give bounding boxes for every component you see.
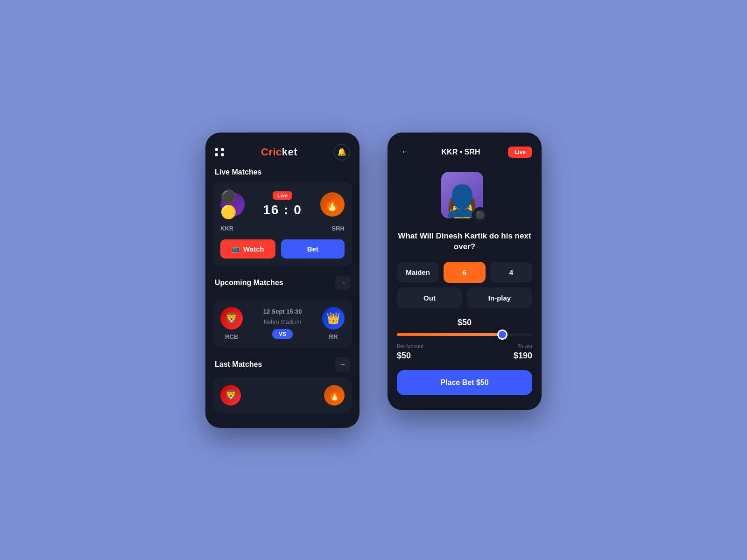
to-win-value: $190 [514, 351, 532, 361]
last-match-preview: 🦁 🔥 [213, 378, 352, 413]
slider-track [397, 333, 532, 336]
left-phone-header: Cricket 🔔 [205, 144, 359, 168]
bet-option-inplay[interactable]: In-play [467, 287, 532, 308]
phone-right: ← KKR • SRH Live 🧑 ⚫ What Will Dinesh Ka… [388, 133, 542, 411]
notification-button[interactable]: 🔔 [333, 144, 350, 161]
app-title: Cricket [261, 146, 297, 158]
live-matches-header: Live Matches [205, 168, 359, 182]
rcb-name: RCB [225, 333, 238, 340]
upcoming-matches-title: Upcoming Matches [215, 279, 283, 287]
vs-section: 12 Sept 15:30 Nehru Stadium VS [263, 308, 302, 339]
bet-row-2: Out In-play [397, 287, 532, 308]
rr-logo: 👑 [322, 307, 345, 329]
player-avatar-container: 🧑 ⚫ [441, 172, 488, 223]
team1-name: KKR [220, 225, 233, 232]
upcoming-match-row: 🦁 RCB 12 Sept 15:30 Nehru Stadium VS 👑 R… [220, 307, 345, 340]
live-badge: Live [273, 191, 292, 200]
slider-section: $50 [388, 318, 542, 336]
menu-button[interactable] [215, 148, 225, 156]
match-venue: Nehru Stadium [264, 319, 301, 325]
rcb-team: 🦁 RCB [220, 307, 243, 340]
upcoming-match-card: 🦁 RCB 12 Sept 15:30 Nehru Stadium VS 👑 R… [213, 300, 352, 348]
rr-name: RR [329, 333, 338, 340]
app-title-prefix: Cric [261, 146, 282, 158]
phone-left: Cricket 🔔 Live Matches ⚫🟡 Live 16 : 0 🔥 … [205, 133, 359, 428]
live-badge-right: Live [508, 147, 532, 158]
upcoming-nav-arrow[interactable]: → [335, 275, 350, 290]
bet-option-maiden[interactable]: Maiden [397, 262, 439, 283]
bet-row-1: Maiden 6 4 [397, 262, 532, 283]
back-button[interactable]: ← [397, 144, 414, 161]
last-team1-logo: 🦁 [220, 385, 241, 406]
upcoming-matches-header: Upcoming Matches → [205, 275, 359, 296]
match-title: KKR • SRH [442, 148, 480, 156]
bet-amount-label: Bet Amount [397, 343, 423, 349]
score-center: Live 16 : 0 [263, 191, 302, 217]
bet-info-values: $50 $190 [388, 351, 542, 361]
slider-amount: $50 [397, 318, 532, 328]
team-badge-icon: ⚫ [475, 210, 485, 219]
bet-option-four[interactable]: 4 [490, 262, 532, 283]
kkr-logo: ⚫🟡 [220, 192, 245, 217]
bet-label: Bet [307, 245, 318, 253]
bet-info-labels: Bet Amount To win [388, 343, 542, 349]
watch-icon: 📺 [232, 245, 240, 252]
watch-label: Watch [243, 245, 264, 253]
dot3 [215, 153, 218, 156]
player-section: 🧑 ⚫ What Will Dinesh Kartik do his next … [388, 172, 542, 253]
bet-options: Maiden 6 4 Out In-play [388, 262, 542, 308]
team2-name: SRH [332, 225, 345, 232]
bet-option-out[interactable]: Out [397, 287, 462, 308]
dot1 [215, 148, 218, 151]
last-matches-title: Last Matches [215, 360, 262, 369]
dot4 [221, 153, 224, 156]
player-question: What Will Dinesh Kartik do his next over… [388, 231, 542, 253]
srh-logo: 🔥 [320, 192, 345, 217]
screens-container: Cricket 🔔 Live Matches ⚫🟡 Live 16 : 0 🔥 … [205, 105, 542, 456]
place-bet-label: Place Bet $50 [440, 378, 488, 386]
app-title-suffix: ket [282, 146, 297, 158]
right-phone-header: ← KKR • SRH Live [388, 144, 542, 172]
watch-button[interactable]: 📺 Watch [220, 239, 275, 259]
rcb-logo: 🦁 [220, 307, 243, 329]
match-date: 12 Sept 15:30 [263, 308, 302, 315]
score-display: 16 : 0 [263, 203, 302, 217]
vs-badge: VS [272, 329, 293, 339]
team-names-row: KKR SRH [220, 225, 345, 232]
live-match-card: ⚫🟡 Live 16 : 0 🔥 KKR SRH 📺 Watch Bet [213, 182, 352, 266]
live-matches-title: Live Matches [215, 168, 261, 176]
bet-option-six[interactable]: 6 [444, 262, 486, 283]
last-team2-logo: 🔥 [324, 385, 345, 406]
bet-button[interactable]: Bet [281, 239, 345, 259]
to-win-label: To win [518, 343, 532, 349]
rr-team: 👑 RR [322, 307, 345, 340]
back-arrow-icon: ← [401, 147, 409, 157]
bet-amount-value: $50 [397, 351, 411, 361]
last-matches-header: Last Matches → [205, 357, 359, 378]
match-buttons: 📺 Watch Bet [220, 239, 345, 259]
place-bet-button[interactable]: Place Bet $50 [397, 370, 532, 395]
player-team-badge: ⚫ [472, 207, 488, 223]
dot2 [221, 148, 224, 151]
match-teams-row: ⚫🟡 Live 16 : 0 🔥 [220, 191, 345, 217]
last-nav-arrow[interactable]: → [335, 357, 350, 372]
